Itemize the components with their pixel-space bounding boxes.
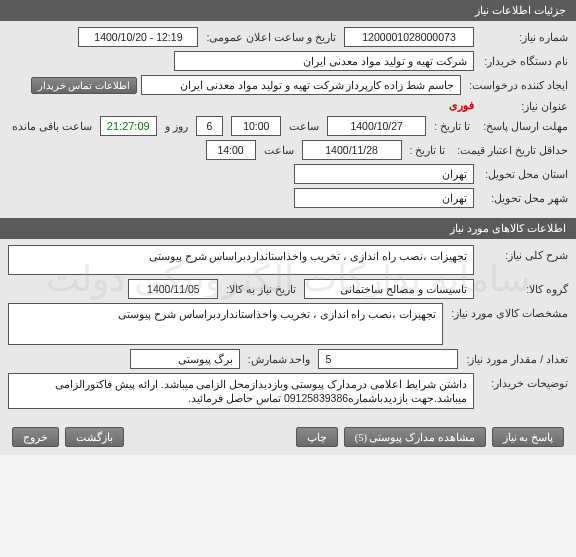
reply-button[interactable]: پاسخ به نیاز — [492, 427, 564, 447]
field-reply-time: 10:00 — [231, 116, 281, 136]
label-reply-deadline: مهلت ارسال پاسخ: — [478, 120, 568, 132]
label-to-date-1: تا تاریخ : — [430, 120, 474, 132]
label-delivery-city: شهر محل تحویل: — [478, 192, 568, 204]
label-announce-datetime: تاریخ و ساعت اعلان عمومی: — [202, 31, 340, 43]
need-info-content: شماره نیاز: 1200001028000073 تاریخ و ساع… — [0, 21, 576, 218]
field-delivery-city: تهران — [294, 188, 474, 208]
label-buyer-notes: توضیحات خریدار: — [478, 373, 568, 389]
bottom-bar: پاسخ به نیاز مشاهده مدارک پیوستی (5) چاپ… — [0, 419, 576, 455]
field-days-remaining: 6 — [196, 116, 224, 136]
label-need-title: عنوان نیاز: — [478, 100, 568, 112]
label-need-number: شماره نیاز: — [478, 31, 568, 43]
label-qty: تعداد / مقدار مورد نیاز: — [462, 353, 568, 365]
view-attachments-button[interactable]: مشاهده مدارک پیوستی (5) — [344, 427, 486, 447]
label-hours-remaining: ساعت باقی مانده — [8, 120, 96, 132]
field-unit: برگ پیوستی — [130, 349, 240, 369]
field-need-number: 1200001028000073 — [344, 27, 474, 47]
print-button[interactable]: چاپ — [296, 427, 338, 447]
field-goods-spec: تجهیزات ،نصب راه اندازی ، تخریب واخذاستا… — [8, 303, 443, 345]
section-header-need-info: جزئیات اطلاعات نیاز — [0, 0, 576, 21]
buyer-contact-button[interactable]: اطلاعات تماس خریدار — [31, 77, 138, 94]
field-qty: 5 — [318, 349, 458, 369]
label-requester: ایجاد کننده درخواست: — [465, 79, 568, 91]
label-goods-spec: مشخصات کالای مورد نیاز: — [447, 303, 568, 319]
field-buyer-org: شرکت تهیه و تولید مواد معدنی ایران — [174, 51, 474, 71]
label-to-date-2: تا تاریخ : — [406, 144, 450, 156]
label-general-desc: شرح کلی نیاز: — [478, 245, 568, 261]
label-delivery-province: استان محل تحویل: — [478, 168, 568, 180]
label-buyer-org: نام دستگاه خریدار: — [478, 55, 568, 67]
field-delivery-province: تهران — [294, 164, 474, 184]
field-countdown: 21:27:09 — [100, 116, 157, 136]
label-time-1: ساعت — [285, 120, 323, 132]
field-requester: جاسم شط زاده کارپرداز شرکت تهیه و تولید … — [141, 75, 461, 95]
field-announce-datetime: 1400/10/20 - 12:19 — [78, 27, 198, 47]
urgent-badge: فوری — [449, 99, 474, 112]
label-price-valid: حداقل تاریخ اعتبار قیمت: — [453, 144, 568, 156]
field-price-valid-date: 1400/11/28 — [302, 140, 402, 160]
field-need-by-date: 1400/11/05 — [128, 279, 218, 299]
exit-button[interactable]: خروج — [12, 427, 59, 447]
field-goods-group: تاسیسات و مصالح ساختمانی — [304, 279, 474, 299]
label-need-by-date: تاریخ نیاز به کالا: — [222, 283, 300, 295]
section-header-items-info: اطلاعات کالاهای مورد نیاز — [0, 218, 576, 239]
back-button[interactable]: بازگشت — [65, 427, 124, 447]
label-unit: واحد شمارش: — [244, 353, 315, 365]
label-goods-group: گروه کالا: — [478, 283, 568, 295]
field-buyer-notes: داشتن شرایط اعلامی درمدارک پیوستی وبازدی… — [8, 373, 474, 409]
field-general-desc: تجهیزات ،نصب راه اندازی ، تخریب واخذاستا… — [8, 245, 474, 275]
label-time-2: ساعت — [260, 144, 298, 156]
field-price-valid-time: 14:00 — [206, 140, 256, 160]
field-reply-date: 1400/10/27 — [327, 116, 426, 136]
label-days-and: روز و — [161, 120, 192, 132]
items-info-content: شرح کلی نیاز: تجهیزات ،نصب راه اندازی ، … — [0, 239, 576, 419]
